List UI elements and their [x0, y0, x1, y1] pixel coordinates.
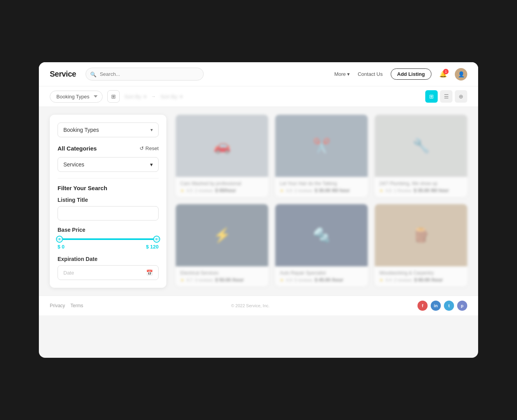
listing-price: $ 60.00 /hour [414, 277, 443, 283]
toolbar: Booking Types ⊞ Sort By: ▾ → Sort By: ▾ … [39, 86, 478, 107]
footer: Privacy Terms © 2022 Service, Inc. fintp [39, 296, 478, 315]
listing-rating: 4.5 [187, 188, 192, 193]
price-range: $ 0 $ 120 [58, 244, 159, 250]
listing-reviews: 2 reviews [195, 188, 213, 193]
star-icon: ★ [180, 188, 184, 193]
main-content: Booking Types ▾ All Categories ↺ Reset S… [39, 107, 478, 296]
social-button[interactable]: in [431, 301, 441, 311]
slider-thumb-max[interactable] [153, 236, 160, 243]
chevron-down-icon: ▾ [150, 161, 153, 168]
listing-rating: 4.6 [386, 188, 391, 193]
date-placeholder: Date [63, 270, 74, 276]
footer-terms[interactable]: Terms [70, 303, 83, 308]
search-bar: 🔍 [86, 68, 204, 80]
filter-panel: Booking Types ▾ All Categories ↺ Reset S… [50, 115, 166, 288]
listing-card[interactable]: ⚡ Electrical Services ★ 4.7 3 reviews $ … [176, 204, 268, 287]
booking-types-dropdown[interactable]: Booking Types ▾ [58, 122, 159, 137]
social-icons: fintp [417, 301, 467, 311]
listing-title: Electrical Services [180, 270, 264, 276]
app-container: Service 🔍 More ▾ Contact Us Add Listing … [39, 62, 478, 358]
expiration-date-label: Expiration Date [58, 256, 159, 262]
search-icon: 🔍 [90, 71, 96, 77]
price-min: $ 0 [58, 244, 65, 250]
notification-icon[interactable]: 🔔 1 [439, 70, 447, 78]
footer-links: Privacy Terms [50, 303, 83, 308]
social-button[interactable]: t [444, 301, 454, 311]
star-icon: ★ [280, 278, 284, 283]
services-label: Services [63, 161, 84, 168]
listing-price: $ 45.00 /hour [315, 277, 343, 283]
listing-meta: ★ 4.5 2 reviews $ 00/hour [180, 188, 264, 193]
listing-price: $ 35.00 /60 hour [414, 188, 449, 193]
header: Service 🔍 More ▾ Contact Us Add Listing … [39, 62, 478, 86]
star-icon: ★ [379, 188, 383, 193]
divider [58, 178, 159, 178]
slider-track [58, 238, 159, 240]
listing-title: Cars Washed by professional [180, 181, 264, 186]
listings-area: 🚗 Cars Washed by professional ★ 4.5 2 re… [176, 115, 467, 288]
booking-types-label: Booking Types [63, 127, 99, 133]
booking-type-select[interactable]: Booking Types [50, 91, 103, 103]
listing-rating: 4.8 [286, 188, 292, 193]
list-view-button[interactable]: ☰ [440, 90, 452, 103]
base-price-label: Base Price [58, 227, 159, 233]
listing-rating: 4.7 [187, 278, 192, 282]
sort-label-1: Sort By: ▾ [124, 94, 147, 100]
social-button[interactable]: p [457, 301, 467, 311]
add-listing-button[interactable]: Add Listing [391, 68, 432, 80]
listing-price: $ 00/hour [215, 188, 236, 193]
listing-card[interactable]: ✂️ Let Your Hair do the Talking ★ 4.8 2 … [275, 115, 368, 197]
listing-card[interactable]: 🔩 Auto Repair Specialist ★ 4.9 5 reviews… [275, 204, 368, 287]
listing-reviews: 2 reviews [394, 278, 412, 282]
listing-reviews: 2 reviews [294, 188, 312, 193]
listing-card[interactable]: 🚗 Cars Washed by professional ★ 4.5 2 re… [176, 115, 268, 197]
nav-contact[interactable]: Contact Us [358, 71, 383, 77]
listing-title: Woodworking & Carpentry [379, 270, 463, 276]
map-view-button[interactable]: ⊕ [455, 90, 467, 103]
listings-grid: 🚗 Cars Washed by professional ★ 4.5 2 re… [176, 115, 467, 287]
price-max: $ 120 [146, 244, 159, 250]
filter-section-title: Filter Your Search [58, 185, 159, 191]
logo: Service [50, 70, 76, 79]
listing-reviews: 3 reviews [195, 278, 213, 282]
listing-meta: ★ 4.9 5 reviews $ 45.00 /hour [280, 277, 363, 283]
listing-card[interactable]: 🔧 24/7 Plumbing, We show up ★ 4.6 1 Revi… [375, 115, 467, 197]
listing-price: $ 30.00 /60 hour [315, 188, 350, 193]
listing-meta: ★ 4.4 2 reviews $ 60.00 /hour [379, 277, 463, 283]
slider-thumb-min[interactable] [56, 236, 63, 243]
header-nav: More ▾ Contact Us Add Listing 🔔 1 👤 [334, 68, 467, 80]
price-slider[interactable] [58, 238, 159, 240]
date-input[interactable]: Date 📅 [58, 265, 159, 280]
view-toggle: ⊞ ☰ ⊕ [425, 90, 467, 103]
chevron-down-icon: ▾ [150, 127, 153, 133]
star-icon: ★ [379, 278, 383, 283]
search-input[interactable] [86, 68, 204, 80]
reset-icon: ↺ [140, 145, 144, 151]
star-icon: ★ [180, 278, 184, 283]
categories-header: All Categories ↺ Reset [58, 145, 159, 152]
avatar[interactable]: 👤 [455, 68, 467, 80]
listing-meta: ★ 4.8 2 reviews $ 30.00 /60 hour [280, 188, 363, 193]
reset-button[interactable]: ↺ Reset [140, 145, 159, 151]
listing-title-label: Listing Title [58, 197, 159, 203]
services-category-item[interactable]: Services ▾ [58, 157, 159, 172]
star-icon: ★ [280, 188, 284, 193]
listing-title: 24/7 Plumbing, We show up [379, 181, 463, 186]
calendar-icon: 📅 [146, 270, 153, 276]
sort-label-2: Sort By: ▾ [161, 94, 183, 100]
listing-meta: ★ 4.6 1 Review $ 35.00 /60 hour [379, 188, 463, 193]
listing-rating: 4.4 [386, 278, 391, 282]
listing-reviews: 5 reviews [294, 278, 312, 282]
listing-title-input[interactable] [58, 206, 159, 220]
grid-view-button[interactable]: ⊞ [425, 90, 438, 103]
filter-button[interactable]: ⊞ [107, 90, 120, 103]
categories-title: All Categories [58, 145, 97, 152]
listing-card[interactable]: 🪵 Woodworking & Carpentry ★ 4.4 2 review… [375, 204, 467, 287]
listing-rating: 4.9 [286, 278, 292, 282]
footer-copyright: © 2022 Service, Inc. [231, 303, 269, 308]
footer-privacy[interactable]: Privacy [50, 303, 65, 308]
listing-title: Let Your Hair do the Talking [280, 181, 363, 186]
social-button[interactable]: f [417, 301, 428, 311]
nav-more[interactable]: More ▾ [334, 71, 350, 77]
listing-price: $ 50.00 /hour [215, 277, 244, 283]
